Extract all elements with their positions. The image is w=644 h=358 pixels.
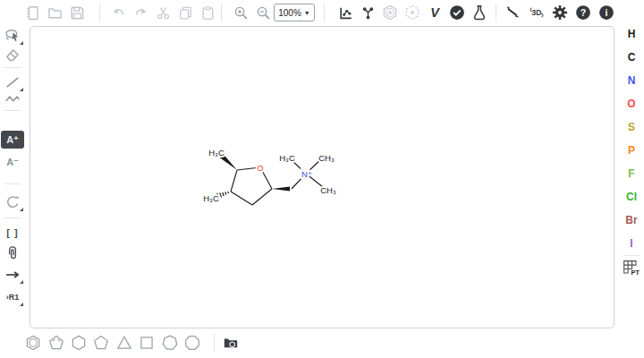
new-document-icon <box>25 5 40 21</box>
toolbar-separator <box>214 334 215 352</box>
atom-label-nitrogen[interactable]: N⁺ <box>301 169 312 179</box>
paste-button[interactable] <box>197 2 218 23</box>
layout-button[interactable] <box>335 2 356 23</box>
undo-button[interactable] <box>107 2 129 23</box>
periodic-table-icon: PT <box>623 260 640 277</box>
toolbar-separator <box>221 4 222 21</box>
svg-text:?: ? <box>580 7 587 18</box>
bond <box>231 192 252 205</box>
rgroup-label: ›R1 <box>6 293 20 302</box>
molecule-bonds[interactable] <box>217 154 323 205</box>
about-icon: i <box>598 4 614 21</box>
settings-button[interactable] <box>549 2 571 23</box>
help-button[interactable]: ? <box>572 2 594 23</box>
cyclooctane-icon <box>184 335 200 351</box>
template-cyclopentane-button[interactable] <box>90 332 112 354</box>
rgroup-tool[interactable]: ›R1 <box>1 287 24 307</box>
layout-icon <box>338 5 353 21</box>
atom-label-methyl-lower-left[interactable]: H₃C <box>203 193 219 203</box>
zoom-out-button[interactable] <box>252 2 274 23</box>
element-button-i[interactable]: I <box>622 234 641 252</box>
template-library-icon <box>223 335 239 351</box>
file-group <box>21 2 88 23</box>
element-button-c[interactable]: C <box>622 48 641 66</box>
new-document-button[interactable] <box>21 2 43 23</box>
atom-label-n-methyl-upper-right[interactable]: CH₃ <box>318 153 335 163</box>
sgroup-tool[interactable]: [ ] <box>1 223 24 243</box>
save-button[interactable] <box>66 2 88 23</box>
cyclohexane-icon <box>71 335 87 351</box>
zoom-out-icon <box>256 5 271 21</box>
template-cyclohexane-button[interactable] <box>68 332 89 354</box>
charge-plus-tool[interactable]: A⁺ <box>1 131 24 149</box>
drawing-canvas[interactable]: O N⁺ H₃C H₃C H₃C CH₃ CH₃ <box>30 26 614 328</box>
charge-minus-tool[interactable]: A⁻ <box>1 153 24 171</box>
select-lasso-tool[interactable] <box>1 26 24 46</box>
cut-button[interactable] <box>152 2 174 23</box>
element-button-h[interactable]: H <box>622 25 641 43</box>
toolbar-separator <box>324 4 325 21</box>
template-cyclobutane-button[interactable] <box>136 332 157 354</box>
periodic-table-button[interactable]: PT <box>622 258 641 279</box>
dearomatize-button[interactable]: A <box>402 2 423 23</box>
recognize-button[interactable] <box>503 2 524 23</box>
open-icon <box>47 5 63 21</box>
3d-viewer-button[interactable]: 3D <box>526 2 547 23</box>
calculate-cip-icon: V <box>427 4 443 21</box>
element-button-f[interactable]: F <box>622 165 641 183</box>
toolbar-separator <box>623 255 640 256</box>
calculate-cip-button[interactable]: V <box>424 2 445 23</box>
erase-tool[interactable] <box>1 45 24 64</box>
rotate-tool[interactable] <box>1 192 24 212</box>
open-button[interactable] <box>44 2 65 23</box>
template-cyclooctane-button[interactable] <box>182 332 203 354</box>
chain-icon <box>4 90 21 107</box>
reaction-arrow-icon <box>4 267 21 283</box>
help-icon: ? <box>575 4 591 21</box>
aromatize-button[interactable]: A <box>379 2 401 23</box>
redo-icon <box>133 5 148 21</box>
atom-label-n-methyl-upper-left[interactable]: H₃C <box>279 153 295 163</box>
atom-label-methyl-upper-left[interactable]: H₃C <box>208 148 225 158</box>
zoom-in-button[interactable] <box>230 2 251 23</box>
attachment-point-tool[interactable] <box>1 243 24 263</box>
element-button-br[interactable]: Br <box>622 211 641 229</box>
template-cyclopentadiene-button[interactable] <box>46 332 67 354</box>
redo-button[interactable] <box>130 2 151 23</box>
about-button[interactable]: i <box>596 2 617 23</box>
calculated-values-button[interactable] <box>469 2 490 23</box>
cycloheptane-icon <box>162 335 178 351</box>
toolbar-separator <box>4 217 21 218</box>
reaction-arrow-tool[interactable] <box>1 265 24 285</box>
3d-viewer-icon: 3D <box>529 4 545 21</box>
template-library-button[interactable] <box>220 332 242 354</box>
svg-text:A: A <box>388 9 393 15</box>
element-button-s[interactable]: S <box>622 118 641 136</box>
template-benzene-button[interactable] <box>22 332 44 354</box>
check-structure-icon <box>449 4 465 21</box>
recognize-pen-icon <box>505 4 521 21</box>
atom-label-n-methyl-lower-right[interactable]: CH₃ <box>320 185 336 195</box>
template-cyclopropane-button[interactable] <box>114 332 135 354</box>
clean-up-button[interactable] <box>357 2 378 23</box>
gear-icon <box>552 4 568 21</box>
element-button-cl[interactable]: Cl <box>622 188 641 206</box>
undo-icon <box>111 5 126 21</box>
element-button-o[interactable]: O <box>622 95 641 113</box>
tool-dropdown-indicator <box>20 208 23 211</box>
save-icon <box>70 5 85 21</box>
copy-button[interactable] <box>174 2 196 23</box>
bond <box>231 170 237 192</box>
template-cycloheptane-button[interactable] <box>159 332 181 354</box>
cyclopentadiene-icon <box>48 335 64 351</box>
atom-label-oxygen[interactable]: O <box>257 163 263 173</box>
element-button-n[interactable]: N <box>622 72 641 90</box>
calculated-values-icon <box>471 4 487 21</box>
check-structure-button[interactable] <box>446 2 468 23</box>
element-button-p[interactable]: P <box>622 141 641 159</box>
benzene-icon <box>25 335 41 351</box>
cyclopropane-icon <box>116 335 132 351</box>
zoom-level-dropdown[interactable]: 100% ▼ <box>274 4 315 21</box>
chain-tool[interactable] <box>1 89 24 108</box>
charge-minus-label: A⁻ <box>6 157 19 168</box>
